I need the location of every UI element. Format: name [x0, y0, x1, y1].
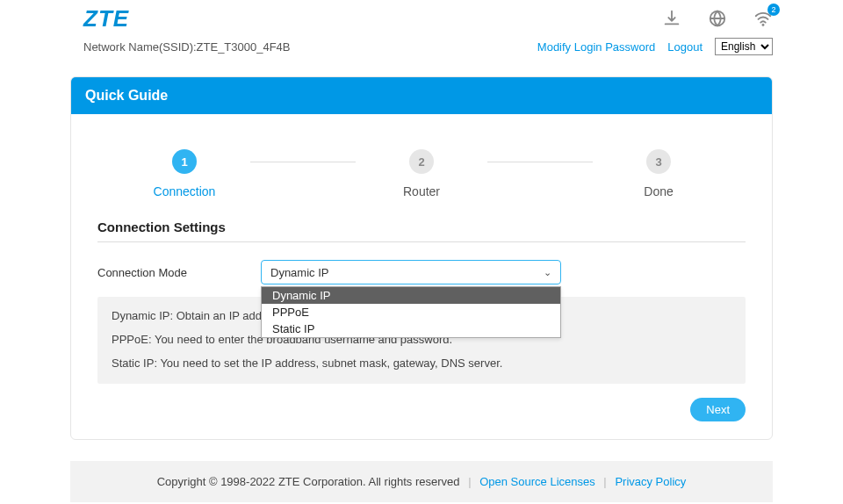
wizard-steps: 1 Connection 2 Router 3 Done — [97, 149, 746, 198]
option-dynamic-ip[interactable]: Dynamic IP — [262, 287, 560, 304]
copyright-text: Copyright © 1998-2022 ZTE Corporation. A… — [157, 475, 460, 488]
logout-link[interactable]: Logout — [667, 40, 702, 54]
globe-icon[interactable] — [708, 9, 727, 28]
option-pppoe[interactable]: PPPoE — [262, 304, 560, 320]
download-icon[interactable] — [662, 9, 681, 28]
step-connection: 1 Connection — [119, 149, 250, 198]
connection-mode-dropdown: Dynamic IP PPPoE Static IP — [261, 286, 561, 338]
wifi-badge: 2 — [767, 4, 780, 16]
privacy-policy-link[interactable]: Privacy Policy — [615, 475, 686, 488]
language-select[interactable]: English — [715, 38, 773, 55]
chevron-down-icon: ⌄ — [544, 267, 551, 278]
step-done: 3 Done — [593, 149, 724, 198]
connection-mode-select[interactable]: Dynamic IP ⌄ — [261, 260, 561, 284]
ssid-text: Network Name(SSID):ZTE_T3000_4F4B — [83, 40, 291, 54]
logo: ZTE — [83, 5, 129, 32]
wifi-icon[interactable]: 2 — [753, 9, 773, 28]
step-router: 2 Router — [356, 149, 487, 198]
svg-point-1 — [762, 24, 764, 25]
section-title: Connection Settings — [97, 220, 746, 234]
open-source-licenses-link[interactable]: Open Source Licenses — [479, 475, 595, 488]
next-button[interactable]: Next — [690, 398, 746, 421]
panel-title: Quick Guide — [71, 77, 772, 114]
modify-password-link[interactable]: Modify Login Password — [537, 40, 655, 54]
quick-guide-panel: Quick Guide 1 Connection 2 Router 3 Done — [70, 76, 773, 440]
footer: Copyright © 1998-2022 ZTE Corporation. A… — [70, 461, 773, 502]
option-static-ip[interactable]: Static IP — [262, 320, 560, 337]
connection-mode-label: Connection Mode — [97, 266, 261, 279]
